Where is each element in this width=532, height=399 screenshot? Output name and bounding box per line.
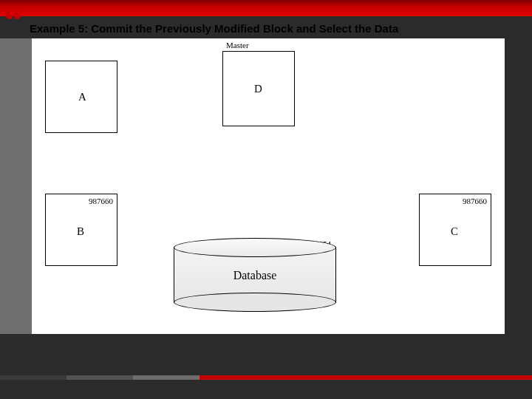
box-b-value: 987660: [89, 197, 113, 205]
box-b-label: B: [77, 225, 84, 238]
database-label: Database: [174, 269, 336, 282]
quote-decor-icon: “: [0, 10, 27, 32]
footer-bar: [0, 366, 532, 399]
box-b: 987660 B: [45, 194, 117, 266]
box-c-label: C: [451, 225, 458, 238]
left-grey-strip: [0, 38, 32, 334]
accent-seg-red: [200, 375, 532, 380]
database-cylinder: Database: [174, 238, 336, 312]
db-top-ellipse: [174, 238, 336, 257]
page-title: Example 5: Commit the Previously Modifie…: [30, 22, 398, 35]
box-a-label: A: [78, 91, 86, 103]
box-d: D: [222, 51, 295, 126]
accent-seg-3: [133, 375, 200, 380]
box-a: A: [45, 61, 117, 133]
accent-seg-2: [66, 375, 133, 380]
box-c-value: 987660: [463, 197, 487, 205]
accent-seg-1: [0, 375, 66, 380]
box-c: 987660 C: [419, 194, 491, 266]
box-d-label: D: [254, 83, 262, 95]
header-red-bar: [0, 0, 532, 16]
master-label: Master: [226, 41, 249, 50]
footer-accent: [0, 375, 532, 380]
diagram-canvas: Master A D 987660 B 987660 C Database 98…: [32, 38, 505, 334]
db-bottom-ellipse: [174, 293, 336, 312]
